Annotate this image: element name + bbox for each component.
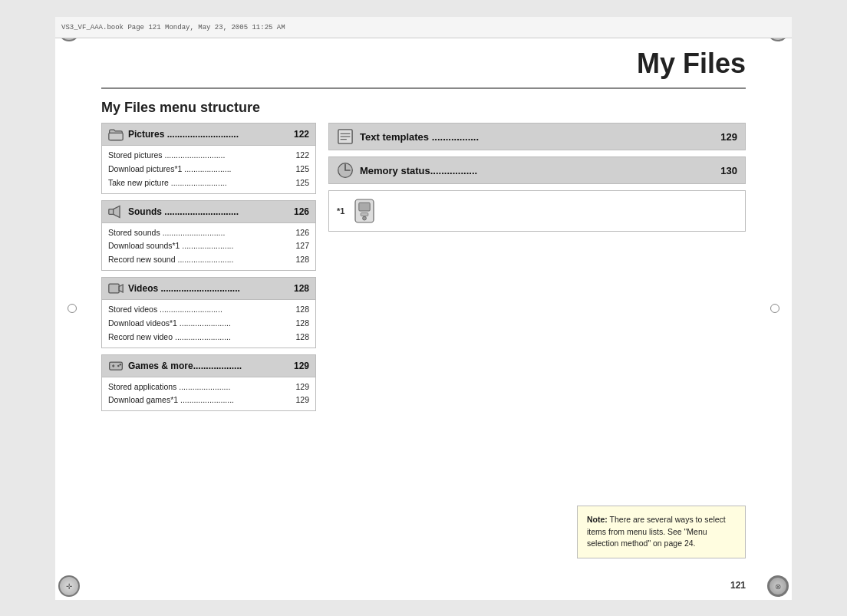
note-label: Note: [587,515,608,524]
page-number: 121 [730,580,746,591]
svg-rect-18 [361,212,369,216]
subitem-stored-sounds: Stored sounds ..........................… [108,226,309,240]
side-mark-right [770,304,779,313]
subitem-record-video: Record new video .......................… [108,331,309,344]
menu-item-sounds: Sounds ............................. 126 [101,200,316,223]
svg-marker-2 [114,206,120,217]
star-label: *1 [337,206,344,216]
svg-rect-16 [359,203,370,211]
left-column: Pictures ............................ 12… [101,123,316,417]
right-column: Text templates ................. 129 Mem… [328,123,746,417]
subitem-stored-pictures: Stored pictures ........................… [108,149,309,163]
pictures-subitems: Stored pictures ........................… [101,146,316,194]
pictures-icon [108,127,124,142]
corner-br: ⊗ [767,575,789,597]
subitem-download-games: Download games*1 .......................… [108,394,309,407]
sounds-icon [108,204,124,219]
svg-rect-5 [110,362,123,370]
note-text: There are several ways to select items f… [587,515,726,548]
pictures-label: Pictures ............................ [128,129,289,140]
videos-label: Videos ............................... [128,283,289,294]
subitem-download-pictures: Download pictures*1 ....................… [108,163,309,176]
svg-rect-0 [109,133,123,140]
menu-item-games: Games & more................... 129 [101,354,316,377]
page-title: My Files [637,48,746,80]
games-label: Games & more................... [128,361,289,371]
sounds-label: Sounds ............................. [128,206,289,217]
subitem-record-sound: Record new sound .......................… [108,253,309,267]
memory-status-page: 130 [720,165,737,176]
menu-item-text-templates: Text templates ................. 129 [328,123,746,150]
svg-rect-1 [109,209,114,214]
svg-point-17 [363,216,367,220]
title-divider [101,87,746,89]
subitem-download-videos: Download videos*1 ......................… [108,317,309,331]
games-icon [108,358,124,374]
memory-status-label: Memory status................. [360,165,714,176]
text-templates-page: 129 [720,131,737,143]
note-box: Note: There are several ways to select i… [577,506,746,558]
svg-marker-4 [119,285,123,292]
section-heading: My Files menu structure [101,100,260,116]
header-bar: VS3_VF_AAA.book Page 121 Monday, May 23,… [55,17,792,38]
svg-point-9 [120,364,122,366]
side-mark-left [68,304,77,313]
svg-point-8 [117,364,120,367]
sounds-page: 126 [294,206,309,217]
videos-icon [108,281,124,296]
games-subitems: Stored applications ....................… [101,377,316,412]
sounds-subitems: Stored sounds ..........................… [101,223,316,272]
star-note-box: *1 [328,190,746,232]
text-templates-label: Text templates ................. [360,131,714,143]
videos-subitems: Stored videos ..........................… [101,300,316,348]
games-page: 129 [294,361,309,371]
memory-status-icon [337,162,354,179]
phone-icon [351,197,378,225]
corner-bl: ✛ [58,575,80,597]
subitem-stored-videos: Stored videos ..........................… [108,303,309,317]
svg-rect-3 [109,284,119,293]
menu-item-pictures: Pictures ............................ 12… [101,123,316,146]
page: ✛ ✛ ✛ ⊗ VS3_VF_AAA.book Page 121 Monday,… [55,17,792,600]
subitem-download-sounds: Download sounds*1 ......................… [108,239,309,253]
pictures-page: 122 [294,129,309,140]
subitem-take-picture: Take new picture .......................… [108,176,309,190]
content-area: Pictures ............................ 12… [101,123,746,417]
header-bar-text: VS3_VF_AAA.book Page 121 Monday, May 23,… [61,24,285,31]
text-templates-icon [337,128,354,145]
subitem-stored-apps: Stored applications ....................… [108,380,309,394]
menu-item-memory-status: Memory status................. 130 [328,156,746,184]
videos-page: 128 [294,283,309,294]
menu-item-videos: Videos ............................... 1… [101,277,316,300]
